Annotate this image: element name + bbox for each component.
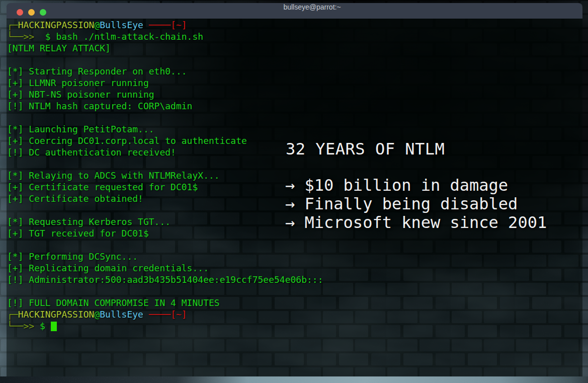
terminal-line: [+] Coercing DC01.corp.local to authenti…	[7, 135, 323, 146]
terminal-line	[7, 285, 323, 297]
terminal-line: [*] Requesting Kerberos TGT...	[7, 216, 323, 227]
terminal-line	[7, 239, 323, 251]
terminal-line: └──>> $ bash ./ntlm-attack-chain.sh	[7, 31, 323, 42]
terminal-cursor	[51, 322, 57, 331]
terminal-line	[7, 158, 323, 170]
terminal-line	[7, 112, 323, 123]
terminal-line: [+] TGT received for DC01$	[7, 227, 323, 239]
terminal-line: [!] Administrator:500:aad3b435b51404ee:e…	[7, 274, 323, 285]
terminal-line: [+] NBT-NS poisoner running	[7, 89, 323, 100]
terminal-line: [*] Launching PetitPotam...	[7, 123, 323, 135]
window-title: bullseye@parrot:~	[7, 3, 582, 19]
terminal-line: [*] Performing DCSync...	[7, 251, 323, 262]
terminal-line: [*] Starting Responder on eth0...	[7, 65, 323, 77]
terminal-output: ┌─HACKINGPASSION@BullsEye ────[~]└──>> $…	[7, 19, 323, 332]
overlay-bullets: → $10 billion in damage→ Finally being d…	[285, 176, 547, 232]
terminal-line: [NTLM RELAY ATTACK]	[7, 42, 323, 54]
overlay-bullet: → $10 billion in damage	[285, 176, 547, 195]
terminal-line: [*] Relaying to ADCS with NTLMRelayX...	[7, 170, 323, 181]
terminal-line: └──>> $	[7, 320, 323, 332]
terminal-line: [!] FULL DOMAIN COMPROMISE IN 4 MINUTES	[7, 297, 323, 309]
terminal-line	[7, 204, 323, 216]
terminal-line: ┌─HACKINGPASSION@BullsEye ────[~]	[7, 309, 323, 320]
terminal-line: [!] NTLM hash captured: CORP\admin	[7, 100, 323, 112]
overlay-bullet: → Finally being disabled	[285, 195, 547, 213]
overlay-title: 32 YEARS OF NTLM	[286, 140, 445, 159]
terminal-line: [+] Certificate obtained!	[7, 193, 323, 204]
terminal-line	[7, 54, 323, 65]
overlay-bullet: → Microsoft knew since 2001	[285, 213, 547, 232]
terminal-line: ┌─HACKINGPASSION@BullsEye ────[~]	[7, 19, 323, 31]
terminal-line: [+] Replicating domain credentials...	[7, 262, 323, 274]
terminal-line: [+] Certificate requested for DC01$	[7, 181, 323, 193]
titlebar[interactable]: bullseye@parrot:~	[7, 3, 582, 19]
terminal-line: [!] DC authentication received!	[7, 146, 323, 158]
terminal-line: [+] LLMNR poisoner running	[7, 77, 323, 89]
